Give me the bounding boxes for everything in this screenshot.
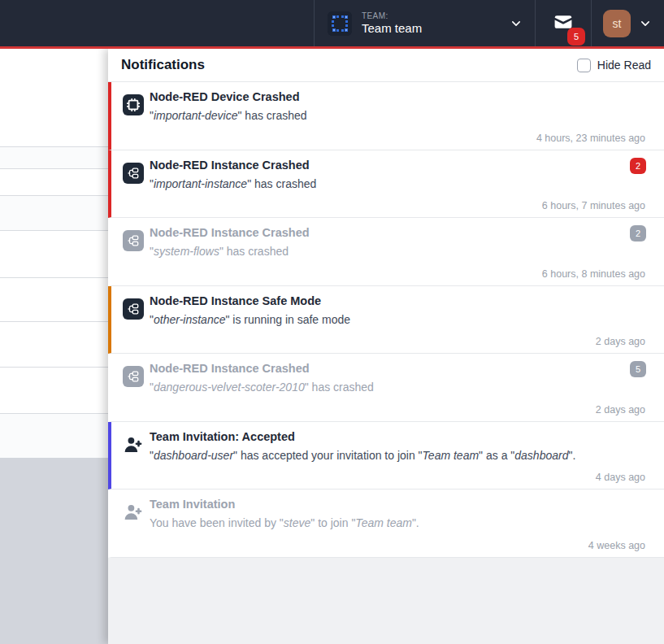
notification-item[interactable]: Team Invitation: Accepted "dashboard-use…: [108, 422, 664, 490]
notification-list: Node-RED Device Crashed "important-devic…: [108, 82, 664, 558]
notification-badge: 2: [630, 225, 646, 242]
notification-message: "important-device" has crashed: [150, 109, 607, 122]
notification-timestamp: 4 weeks ago: [588, 540, 645, 551]
notification-timestamp: 4 hours, 23 minutes ago: [536, 133, 645, 144]
notification-item[interactable]: Node-RED Instance Crashed "important-ins…: [108, 150, 664, 219]
user-avatar: st: [603, 10, 631, 37]
background-divider: [0, 230, 108, 231]
notification-badge: 5: [630, 361, 646, 377]
background-divider: [0, 168, 108, 169]
notification-message: You have been invited by "steve" to join…: [150, 516, 607, 529]
instance-icon: [123, 163, 144, 184]
panel-title: Notifications: [121, 57, 205, 73]
notifications-panel: Notifications Hide Read Node-RED Device …: [108, 49, 664, 644]
notifications-button[interactable]: 5: [535, 0, 591, 46]
background-divider: [0, 321, 108, 322]
notification-timestamp: 6 hours, 7 minutes ago: [542, 200, 645, 211]
background-page: [0, 49, 108, 644]
chevron-down-icon: [640, 18, 651, 29]
instance-icon: [123, 230, 144, 251]
panel-footer: [108, 558, 664, 644]
notification-message: "dashboard-user" has accepted your invit…: [150, 449, 607, 462]
instance-icon: [123, 298, 144, 320]
notification-badge: 2: [630, 158, 646, 174]
hide-read-label: Hide Read: [597, 59, 651, 72]
notification-timestamp: 6 hours, 8 minutes ago: [542, 268, 645, 280]
hide-read-checkbox[interactable]: [577, 59, 591, 72]
notification-title: Node-RED Instance Crashed: [150, 159, 310, 172]
team-selector[interactable]: TEAM: Team team: [314, 0, 535, 46]
notification-timestamp: 4 days ago: [596, 472, 645, 483]
notification-title: Node-RED Instance Crashed: [150, 226, 310, 239]
user-menu[interactable]: st: [591, 0, 664, 46]
background-block: [0, 458, 108, 644]
notification-message: "system-flows" has crashed: [150, 245, 607, 258]
team-selector-text: TEAM: Team team: [362, 11, 510, 35]
notification-title: Node-RED Device Crashed: [150, 90, 300, 103]
background-row: [0, 196, 108, 230]
notification-title: Node-RED Instance Safe Mode: [150, 294, 321, 307]
team-name: Team team: [362, 21, 510, 35]
chevron-down-icon: [510, 18, 522, 29]
user-add-icon: [123, 444, 144, 458]
notification-title: Node-RED Instance Crashed: [150, 362, 310, 375]
notifications-header: Notifications Hide Read: [108, 49, 664, 82]
user-add-icon: [123, 511, 144, 525]
brand-accent-line: [0, 46, 664, 49]
top-navbar: TEAM: Team team 5 st: [0, 0, 664, 46]
instance-icon: [123, 366, 144, 387]
team-label: TEAM:: [362, 11, 510, 20]
background-row: [0, 147, 108, 168]
background-divider: [0, 367, 108, 368]
hide-read-toggle[interactable]: Hide Read: [577, 59, 651, 72]
notification-message: "dangerous-velvet-scoter-2010" has crash…: [150, 381, 607, 394]
notification-item[interactable]: Node-RED Instance Crashed "system-flows"…: [108, 218, 664, 286]
notification-message: "other-instance" is running in safe mode: [150, 313, 607, 326]
notification-timestamp: 2 days ago: [596, 336, 645, 347]
notification-item[interactable]: Team Invitation You have been invited by…: [108, 490, 664, 558]
notification-title: Team Invitation: [150, 498, 235, 511]
notification-timestamp: 2 days ago: [596, 404, 645, 416]
notification-item[interactable]: Node-RED Device Crashed "important-devic…: [108, 82, 664, 150]
notification-item[interactable]: Node-RED Instance Safe Mode "other-insta…: [108, 286, 664, 355]
notification-title: Team Invitation: Accepted: [150, 430, 295, 443]
device-icon: [123, 94, 144, 115]
team-avatar-icon: [328, 11, 352, 36]
notification-item[interactable]: Node-RED Instance Crashed "dangerous-vel…: [108, 354, 664, 422]
background-row: [0, 414, 108, 458]
background-divider: [0, 277, 108, 278]
notification-message: "important-instance" has crashed: [150, 177, 607, 190]
unread-count-badge: 5: [567, 28, 585, 46]
